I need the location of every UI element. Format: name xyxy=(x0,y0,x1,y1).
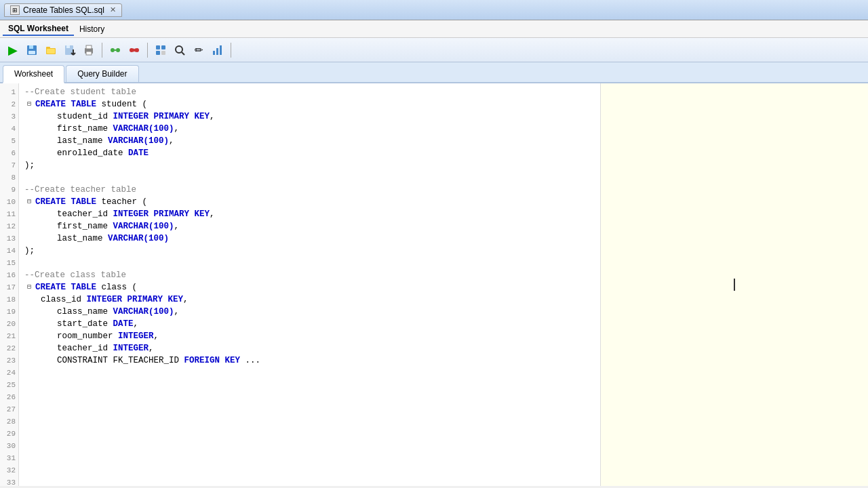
svg-rect-21 xyxy=(156,45,160,49)
file-tab-label: Create Tables SQL.sql xyxy=(23,5,104,15)
svg-rect-2 xyxy=(28,51,35,54)
code-line: class_name VARCHAR(100), xyxy=(24,306,595,318)
schema-button[interactable] xyxy=(152,41,170,59)
code-line: ); xyxy=(24,159,595,171)
code-line: ); xyxy=(24,245,595,257)
editor-tabs: Worksheet Query Builder xyxy=(0,62,868,83)
explain-button[interactable] xyxy=(209,41,226,59)
code-line: student_id INTEGER PRIMARY KEY, xyxy=(24,110,595,123)
editor-area: 1 2 3 4 5 6 7 8 9 10 11 12 13 14 15 16 1… xyxy=(0,83,868,486)
print-button[interactable] xyxy=(80,41,98,59)
svg-rect-27 xyxy=(213,51,215,55)
disconnect-button[interactable] xyxy=(125,41,143,59)
cursor-area[interactable] xyxy=(601,83,868,486)
code-line: --Create student table xyxy=(24,86,595,98)
svg-point-25 xyxy=(176,46,182,53)
code-line xyxy=(24,257,595,269)
sep2 xyxy=(147,43,148,58)
svg-rect-7 xyxy=(66,45,70,48)
svg-rect-24 xyxy=(161,51,165,55)
code-line xyxy=(24,171,595,184)
svg-rect-22 xyxy=(161,45,165,49)
fold-icon[interactable]: ⊟ xyxy=(24,283,34,292)
autotrace-button[interactable]: ✏ xyxy=(190,41,208,59)
svg-rect-12 xyxy=(86,45,92,49)
toolbar: ▶ ✏ xyxy=(0,38,868,62)
svg-rect-1 xyxy=(29,45,33,49)
code-line: first_name VARCHAR(100), xyxy=(24,123,595,135)
file-tab[interactable]: ⊞ Create Tables SQL.sql ✕ xyxy=(4,3,122,17)
close-tab-button[interactable]: ✕ xyxy=(110,5,116,14)
svg-rect-28 xyxy=(216,48,218,55)
code-line: enrolled_date DATE xyxy=(24,147,595,159)
svg-rect-13 xyxy=(86,52,92,55)
tab-worksheet[interactable]: Worksheet xyxy=(3,65,64,83)
fold-icon[interactable]: ⊟ xyxy=(24,100,34,109)
code-line: ⊟CREATE TABLE teacher ( xyxy=(24,196,595,208)
code-line: CONSTRAINT FK_TEACHER_ID FOREIGN KEY ... xyxy=(24,354,595,367)
code-line: last_name VARCHAR(100) xyxy=(24,232,595,245)
line-numbers: 1 2 3 4 5 6 7 8 9 10 11 12 13 14 15 16 1… xyxy=(0,83,19,486)
code-line: teacher_id INTEGER, xyxy=(24,342,595,354)
menu-bar: SQL Worksheet History xyxy=(0,20,868,38)
save-button[interactable] xyxy=(23,41,41,59)
right-panel xyxy=(600,83,868,486)
svg-line-26 xyxy=(182,52,184,55)
title-bar: ⊞ Create Tables SQL.sql ✕ xyxy=(0,0,868,20)
file-icon: ⊞ xyxy=(10,5,20,15)
svg-point-14 xyxy=(111,48,115,52)
open-button[interactable] xyxy=(42,41,60,59)
sep3 xyxy=(231,43,231,58)
code-line: last_name VARCHAR(100), xyxy=(24,135,595,147)
svg-rect-5 xyxy=(47,49,55,54)
code-line: start_date DATE, xyxy=(24,318,595,330)
code-line: ⊟CREATE TABLE class ( xyxy=(24,281,595,293)
run-button[interactable]: ▶ xyxy=(4,41,22,59)
code-line: class_id INTEGER PRIMARY KEY, xyxy=(24,293,595,306)
code-line: --Create teacher table xyxy=(24,184,595,196)
sep1 xyxy=(102,43,102,58)
svg-rect-29 xyxy=(220,45,222,55)
find-button[interactable] xyxy=(171,41,189,59)
connect-button[interactable] xyxy=(106,41,124,59)
code-line: room_number INTEGER, xyxy=(24,330,595,342)
fold-icon[interactable]: ⊟ xyxy=(24,197,34,207)
code-editor[interactable]: --Create student table ⊟CREATE TABLE stu… xyxy=(19,83,600,486)
code-line: first_name VARCHAR(100), xyxy=(24,220,595,232)
code-line: --Create class table xyxy=(24,269,595,281)
code-line: teacher_id INTEGER PRIMARY KEY, xyxy=(24,208,595,220)
menu-sql-worksheet[interactable]: SQL Worksheet xyxy=(3,22,74,36)
text-cursor xyxy=(734,279,735,291)
code-line: ⊟CREATE TABLE student ( xyxy=(24,98,595,110)
tab-query-builder[interactable]: Query Builder xyxy=(66,65,138,82)
svg-point-15 xyxy=(116,48,120,52)
svg-rect-23 xyxy=(156,51,160,55)
menu-history[interactable]: History xyxy=(74,23,110,35)
save-as-button[interactable] xyxy=(61,41,79,59)
